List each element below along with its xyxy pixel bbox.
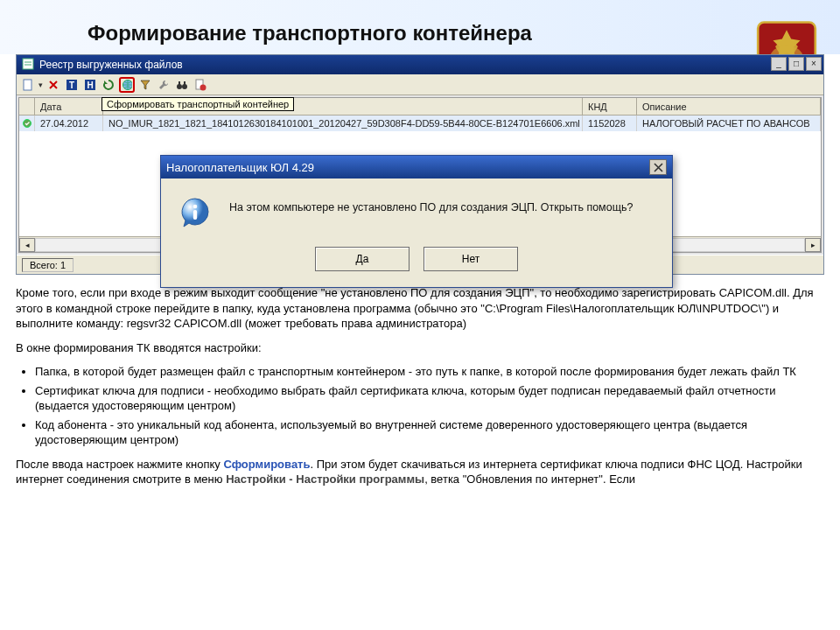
no-button[interactable]: Нет xyxy=(424,247,518,271)
maximize-button[interactable]: □ xyxy=(788,57,804,71)
toolbar: ▾ T Н xyxy=(17,74,823,95)
col-knd[interactable]: КНД xyxy=(583,98,637,115)
new-doc-icon[interactable] xyxy=(20,77,36,93)
titlebar-text: Реестр выгруженных файлов xyxy=(39,59,183,71)
globe-icon[interactable] xyxy=(119,77,135,93)
close-icon xyxy=(654,163,663,172)
page-heading: Формирование транспортного контейнера xyxy=(0,0,840,54)
article-p1: Кроме того, если при входе в режим выход… xyxy=(16,285,824,332)
list-item: Сертификат ключа для подписи - необходим… xyxy=(35,383,824,414)
svg-rect-17 xyxy=(193,210,197,220)
svg-point-14 xyxy=(200,84,206,90)
minimize-button[interactable]: _ xyxy=(771,57,787,71)
wrench-icon[interactable] xyxy=(156,77,172,93)
status-total: Всего: 1 xyxy=(22,258,74,272)
article-list: Папка, в которой будет размещен файл с т… xyxy=(35,364,824,448)
col-file[interactable]: Сформировать транспортный контейнер xyxy=(103,98,583,115)
row-desc: НАЛОГОВЫЙ РАСЧЕТ ПО АВАНСОВ xyxy=(637,116,821,131)
info-icon xyxy=(178,196,214,233)
message-dialog: Налогоплательщик ЮЛ 4.29 На этом компьют… xyxy=(160,155,673,288)
article-p3: После ввода настроек нажмите кнопку Сфор… xyxy=(16,457,824,487)
dialog-title: Налогоплательщик ЮЛ 4.29 xyxy=(166,161,314,174)
refresh-icon[interactable] xyxy=(101,77,116,93)
yes-button[interactable]: Да xyxy=(315,247,410,271)
grid-header: Дата Сформировать транспортный контейнер… xyxy=(19,98,821,116)
table-row[interactable]: 27.04.2012 NO_IMUR_1821_1821_18410126301… xyxy=(19,116,821,131)
binoculars-icon[interactable] xyxy=(174,77,190,93)
dialog-message: На этом компьютере не установлено ПО для… xyxy=(229,196,633,214)
article-p2: В окне формирования ТК вводятся настройк… xyxy=(16,340,824,356)
list-item: Папка, в которой будет размещен файл с т… xyxy=(35,364,824,380)
row-file: NO_IMUR_1821_1821_1841012630184101001_20… xyxy=(103,116,583,131)
filter-icon[interactable] xyxy=(137,77,153,93)
status-count: 1 xyxy=(60,260,66,270)
status-label: Всего: xyxy=(30,260,58,270)
doc-check-icon[interactable] xyxy=(192,77,208,93)
t-icon[interactable]: T xyxy=(64,77,80,93)
dialog-close-button[interactable] xyxy=(649,159,667,175)
dialog-titlebar: Налогоплательщик ЮЛ 4.29 xyxy=(161,156,672,178)
svg-point-16 xyxy=(193,205,198,209)
svg-rect-12 xyxy=(184,81,186,85)
titlebar: Реестр выгруженных файлов _ □ × xyxy=(17,55,823,74)
list-item: Код абонента - это уникальный код абонен… xyxy=(35,417,824,448)
col-select[interactable] xyxy=(19,98,35,115)
col-desc[interactable]: Описание xyxy=(637,98,821,115)
col-date[interactable]: Дата xyxy=(35,98,103,115)
svg-rect-11 xyxy=(178,81,180,85)
row-marker-icon xyxy=(19,116,35,131)
menu-path-bold: Настройки - Настройки программы xyxy=(226,472,424,486)
h-icon[interactable]: Н xyxy=(82,77,98,93)
scroll-right-icon[interactable]: ▸ xyxy=(805,238,821,252)
row-date: 27.04.2012 xyxy=(35,116,103,131)
btn-name-bold: Сформировать xyxy=(223,458,310,471)
delete-icon[interactable] xyxy=(46,77,61,93)
toolbar-tooltip: Сформировать транспортный контейнер xyxy=(102,97,294,111)
article-text: Кроме того, если при входе в режим выход… xyxy=(0,275,840,507)
app-window: Реестр выгруженных файлов _ □ × ▾ T Н Да… xyxy=(16,54,824,275)
svg-text:Н: Н xyxy=(87,80,93,90)
svg-rect-3 xyxy=(24,80,32,90)
heading-text: Формирование транспортного контейнера xyxy=(88,21,532,45)
svg-point-15 xyxy=(23,120,31,128)
scroll-left-icon[interactable]: ◂ xyxy=(19,238,35,252)
app-icon xyxy=(22,58,34,73)
close-button[interactable]: × xyxy=(806,57,822,71)
svg-text:T: T xyxy=(69,80,74,90)
row-knd: 1152028 xyxy=(583,116,637,131)
svg-rect-2 xyxy=(23,59,33,69)
